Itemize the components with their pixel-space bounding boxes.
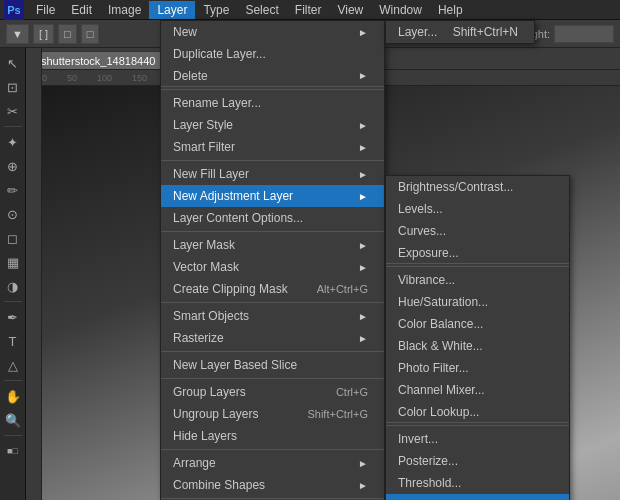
menu-type[interactable]: Type: [195, 1, 237, 19]
menu-image[interactable]: Image: [100, 1, 149, 19]
submenu-color-balance-label: Color Balance...: [398, 317, 483, 331]
tool-clone[interactable]: ⊙: [2, 203, 24, 225]
tool-separator-4: [4, 435, 22, 436]
submenu-item-layer[interactable]: Layer... Shift+Ctrl+N: [386, 21, 534, 43]
submenu-channel-mixer[interactable]: Channel Mixer...: [386, 379, 569, 401]
menu-item-group-layers[interactable]: Group Layers Ctrl+G: [161, 381, 384, 403]
submenu-levels[interactable]: Levels...: [386, 198, 569, 220]
menu-select[interactable]: Select: [237, 1, 286, 19]
tool-dodge[interactable]: ◑: [2, 275, 24, 297]
submenu-hue-saturation-label: Hue/Saturation...: [398, 295, 488, 309]
tool-path[interactable]: △: [2, 354, 24, 376]
adj-separator-2: [386, 425, 569, 426]
tool-separator-3: [4, 380, 22, 381]
arrow-icon: ►: [358, 27, 368, 38]
submenu-levels-label: Levels...: [398, 202, 443, 216]
menu-item-delete[interactable]: Delete ►: [161, 65, 384, 87]
tool-type[interactable]: T: [2, 330, 24, 352]
tool-select[interactable]: ↖: [2, 52, 24, 74]
tool-hand[interactable]: ✋: [2, 385, 24, 407]
toolbar-btn-2[interactable]: □: [58, 24, 77, 44]
menu-item-smart-filter[interactable]: Smart Filter ►: [161, 136, 384, 158]
menu-item-rasterize[interactable]: Rasterize ►: [161, 327, 384, 349]
menu-help[interactable]: Help: [430, 1, 471, 19]
menu-item-layer-style[interactable]: Layer Style ►: [161, 114, 384, 136]
submenu-invert[interactable]: Invert...: [386, 428, 569, 450]
arrow-icon-smart-objects: ►: [358, 311, 368, 322]
menu-item-rename-label: Rename Layer...: [173, 96, 261, 110]
tool-gradient[interactable]: ▦: [2, 251, 24, 273]
menu-item-layer-slice[interactable]: New Layer Based Slice: [161, 354, 384, 376]
tool-brush[interactable]: ✏: [2, 179, 24, 201]
separator-7: [161, 449, 384, 450]
menu-layer[interactable]: Layer: [149, 1, 195, 19]
menu-edit[interactable]: Edit: [63, 1, 100, 19]
menu-view[interactable]: View: [329, 1, 371, 19]
menu-item-clipping-mask[interactable]: Create Clipping Mask Alt+Ctrl+G: [161, 278, 384, 300]
submenu-photo-filter[interactable]: Photo Filter...: [386, 357, 569, 379]
ruler-left: [26, 48, 42, 500]
tool-fg-bg[interactable]: ■□: [2, 440, 24, 462]
shortcut-group: Ctrl+G: [336, 386, 368, 398]
submenu-hue-saturation[interactable]: Hue/Saturation...: [386, 291, 569, 313]
menu-item-arrange-label: Arrange: [173, 456, 216, 470]
tool-eraser[interactable]: ◻: [2, 227, 24, 249]
submenu-brightness-contrast-label: Brightness/Contrast...: [398, 180, 513, 194]
submenu-exposure[interactable]: Exposure...: [386, 242, 569, 264]
menu-item-duplicate[interactable]: Duplicate Layer...: [161, 43, 384, 65]
menu-item-new-adjustment[interactable]: New Adjustment Layer ►: [161, 185, 384, 207]
submenu-posterize[interactable]: Posterize...: [386, 450, 569, 472]
menubar: Ps File Edit Image Layer Type Select Fil…: [0, 0, 620, 20]
submenu-vibrance[interactable]: Vibrance...: [386, 269, 569, 291]
menu-item-layer-slice-label: New Layer Based Slice: [173, 358, 297, 372]
submenu-brightness-contrast[interactable]: Brightness/Contrast...: [386, 176, 569, 198]
submenu-threshold[interactable]: Threshold...: [386, 472, 569, 494]
submenu-curves-label: Curves...: [398, 224, 446, 238]
arrow-icon-arrange: ►: [358, 458, 368, 469]
tool-lasso[interactable]: ⊡: [2, 76, 24, 98]
menu-item-layer-mask-label: Layer Mask: [173, 238, 235, 252]
arrow-icon-layer-mask: ►: [358, 240, 368, 251]
submenu-gradient-map[interactable]: Gradient Map...: [386, 494, 569, 500]
menu-file[interactable]: File: [28, 1, 63, 19]
submenu-black-white[interactable]: Black & White...: [386, 335, 569, 357]
submenu-color-lookup[interactable]: Color Lookup...: [386, 401, 569, 423]
menu-filter[interactable]: Filter: [287, 1, 330, 19]
tool-zoom[interactable]: 🔍: [2, 409, 24, 431]
tool-heal[interactable]: ⊕: [2, 155, 24, 177]
menu-item-new[interactable]: New ►: [161, 21, 384, 43]
menu-item-vector-mask[interactable]: Vector Mask ►: [161, 256, 384, 278]
canvas-tab[interactable]: shutterstock_14818440: [30, 51, 166, 69]
menu-item-ungroup-layers-label: Ungroup Layers: [173, 407, 258, 421]
submenu-curves[interactable]: Curves...: [386, 220, 569, 242]
separator-6: [161, 378, 384, 379]
submenu-item-layer-label: Layer...: [398, 25, 437, 39]
menu-item-smart-objects[interactable]: Smart Objects ►: [161, 305, 384, 327]
menu-item-layer-mask[interactable]: Layer Mask ►: [161, 234, 384, 256]
separator-5: [161, 351, 384, 352]
menu-item-combine-shapes[interactable]: Combine Shapes ►: [161, 474, 384, 496]
menu-item-vector-mask-label: Vector Mask: [173, 260, 239, 274]
submenu-vibrance-label: Vibrance...: [398, 273, 455, 287]
toolbar-btn-3[interactable]: □: [81, 24, 100, 44]
submenu-channel-mixer-label: Channel Mixer...: [398, 383, 485, 397]
submenu-color-balance[interactable]: Color Balance...: [386, 313, 569, 335]
toolbar-btn-1[interactable]: [ ]: [33, 24, 54, 44]
adj-separator-1: [386, 266, 569, 267]
tool-eyedropper[interactable]: ✦: [2, 131, 24, 153]
tool-crop[interactable]: ✂: [2, 100, 24, 122]
arrow-icon-layer-style: ►: [358, 120, 368, 131]
menu-item-hide-layers[interactable]: Hide Layers: [161, 425, 384, 447]
menu-item-rename[interactable]: Rename Layer...: [161, 92, 384, 114]
tool-pen[interactable]: ✒: [2, 306, 24, 328]
shortcut-ungroup: Shift+Ctrl+G: [307, 408, 368, 420]
menu-item-arrange[interactable]: Arrange ►: [161, 452, 384, 474]
menu-item-rasterize-label: Rasterize: [173, 331, 224, 345]
arrow-icon-smart-filter: ►: [358, 142, 368, 153]
arrow-icon-rasterize: ►: [358, 333, 368, 344]
menu-item-ungroup-layers[interactable]: Ungroup Layers Shift+Ctrl+G: [161, 403, 384, 425]
menu-item-new-fill[interactable]: New Fill Layer ►: [161, 163, 384, 185]
toolbar-options-btn[interactable]: ▼: [6, 24, 29, 44]
menu-window[interactable]: Window: [371, 1, 430, 19]
menu-item-layer-content[interactable]: Layer Content Options...: [161, 207, 384, 229]
